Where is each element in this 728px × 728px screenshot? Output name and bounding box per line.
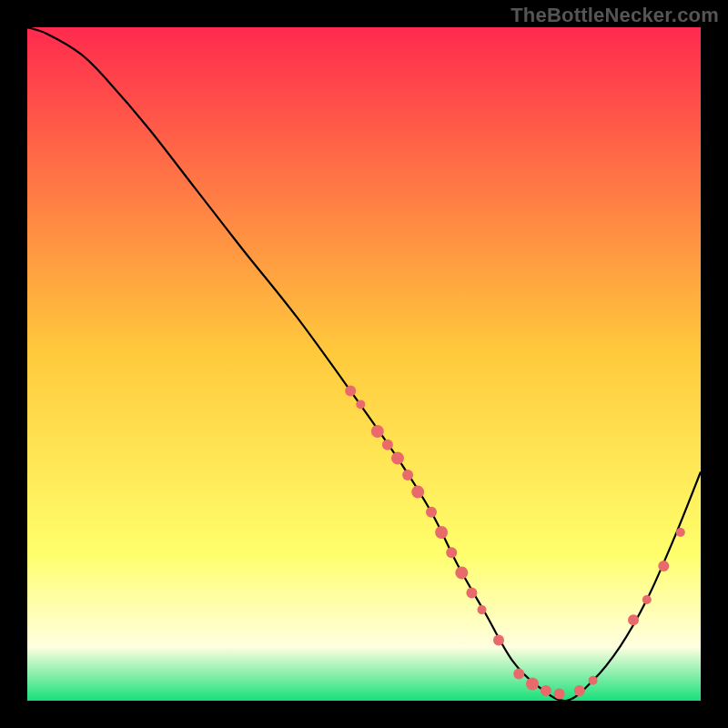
highlight-dot xyxy=(628,614,639,625)
highlight-dot xyxy=(478,605,487,614)
highlight-dot xyxy=(554,689,565,700)
highlight-dot xyxy=(574,685,585,696)
highlight-dot xyxy=(411,486,424,499)
highlight-dot xyxy=(676,528,685,537)
highlight-dot xyxy=(658,561,669,571)
watermark-text: TheBottleNecker.com xyxy=(511,4,719,27)
bottleneck-chart xyxy=(27,27,701,701)
highlight-dot xyxy=(526,678,539,691)
highlight-dot xyxy=(371,425,384,438)
highlight-dot xyxy=(402,470,413,480)
highlight-dot xyxy=(513,668,524,679)
highlight-dot xyxy=(426,507,437,518)
highlight-dot xyxy=(435,526,448,539)
highlight-dot xyxy=(541,685,551,696)
plot-area xyxy=(27,27,701,701)
highlight-dot xyxy=(589,676,598,685)
gradient-background xyxy=(27,27,701,701)
highlight-dot xyxy=(446,547,457,558)
highlight-dot xyxy=(345,386,356,397)
highlight-dot xyxy=(391,452,404,465)
highlight-dot xyxy=(382,440,393,450)
highlight-dot xyxy=(642,595,652,604)
chart-frame: TheBottleNecker.com xyxy=(0,0,728,728)
highlight-dot xyxy=(356,399,365,409)
highlight-dot xyxy=(455,566,468,579)
highlight-dot xyxy=(466,588,477,599)
highlight-dot xyxy=(493,634,504,645)
